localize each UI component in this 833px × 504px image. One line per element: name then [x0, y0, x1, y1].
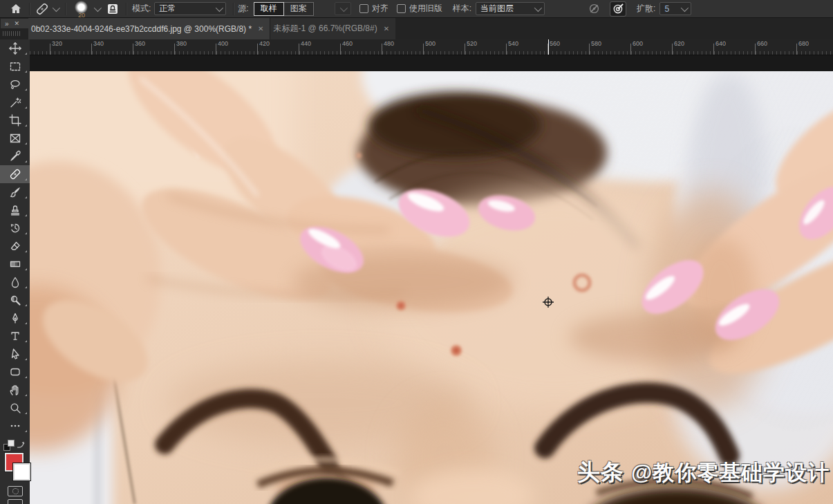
options-bar: 20 模式: 正常 源: 取样 图案 对齐 使用旧版 样本: 当前图层 扩散: …	[0, 0, 833, 18]
ruler-major-tick	[91, 44, 92, 55]
chevron-down-icon[interactable]	[94, 3, 102, 11]
screen-mode-button[interactable]	[8, 499, 23, 504]
tool-clone-stamp-button[interactable]	[0, 201, 30, 219]
ruler-major-tick	[423, 44, 424, 55]
eyedropper-icon	[9, 150, 21, 162]
brush-size-value: 20	[73, 12, 91, 19]
photo-document[interactable]: 头条@教你零基础学设计	[30, 71, 833, 504]
aligned-checkbox[interactable]	[359, 4, 368, 13]
blur-icon	[9, 276, 21, 288]
horizontal-ruler[interactable]: 3203403603804004204404604805005205405605…	[30, 39, 833, 55]
ruler-major-tick	[299, 44, 299, 55]
healing-brush-icon	[35, 2, 49, 16]
ruler-major-tick	[216, 44, 216, 55]
tab-label: 0b02-333e-4004-9246-ee37b2ccddf6.jpg @ 3…	[31, 24, 252, 34]
chevron-down-icon	[534, 3, 542, 11]
pen-pressure-icon	[612, 3, 624, 15]
tool-lasso-button[interactable]	[0, 75, 30, 93]
home-button[interactable]	[10, 3, 22, 15]
current-tool-button[interactable]	[35, 2, 58, 16]
tool-type-button[interactable]	[0, 327, 30, 345]
ruler-tick-label: 520	[467, 40, 477, 47]
tab-document-1[interactable]: 0b02-333e-4004-9246-ee37b2ccddf6.jpg @ 3…	[28, 18, 270, 39]
gradient-icon	[9, 258, 21, 270]
tool-dodge-button[interactable]	[0, 291, 30, 309]
collapse-panel-icon[interactable]: »	[5, 20, 8, 28]
canvas-area: 头条@教你零基础学设计	[30, 55, 833, 504]
more-tools-icon	[9, 420, 21, 432]
healing-brush-icon	[9, 168, 21, 180]
tool-hand-button[interactable]	[0, 381, 30, 399]
legacy-checkbox[interactable]	[397, 4, 406, 13]
brush-preset-picker[interactable]: 20	[73, 1, 91, 17]
tool-shape-button[interactable]	[0, 363, 30, 381]
tool-eraser-button[interactable]	[0, 237, 30, 255]
ruler-tick-label: 540	[508, 40, 518, 47]
tool-healing-brush-button[interactable]	[0, 165, 30, 183]
close-panel-icon[interactable]: ✕	[15, 20, 20, 27]
diffusion-value: 5	[664, 4, 669, 14]
aligned-label: 对齐	[372, 3, 389, 15]
tool-pen-button[interactable]	[0, 309, 30, 327]
ruler-major-tick	[796, 44, 797, 55]
tool-gradient-button[interactable]	[0, 255, 30, 273]
mode-label: 模式:	[132, 3, 151, 15]
tab-label: 未标题-1 @ 66.7%(RGB/8#)	[273, 23, 377, 35]
sample-layers-label: 样本:	[453, 3, 471, 15]
tool-path-select-button[interactable]	[0, 345, 30, 363]
tool-crop-button[interactable]	[0, 111, 30, 129]
marquee-icon	[9, 60, 21, 73]
type-icon	[9, 330, 21, 342]
tool-history-brush-button[interactable]	[0, 219, 30, 237]
tool-eyedropper-button[interactable]	[0, 147, 30, 165]
tools-list	[0, 39, 30, 435]
ruler-tick-label: 620	[674, 40, 684, 47]
tool-blur-button[interactable]	[0, 273, 30, 291]
tool-more-tools-button[interactable]	[0, 417, 30, 435]
separator	[65, 3, 66, 15]
ignore-adjustment-layers-button[interactable]	[588, 2, 601, 15]
ruler-tick-label: 640	[715, 40, 726, 47]
tool-magic-wand-button[interactable]	[0, 93, 30, 111]
move-icon	[9, 42, 21, 55]
tool-marquee-button[interactable]	[0, 57, 30, 75]
ruler-cursor-marker	[548, 39, 549, 55]
close-tab-icon[interactable]: ✕	[258, 25, 263, 32]
zoom-icon	[9, 402, 21, 414]
chevron-down-icon	[339, 3, 347, 11]
tool-frame-button[interactable]	[0, 129, 30, 147]
ruler-tick-label: 340	[93, 40, 104, 47]
document-tab-bar: » ✕ 0b02-333e-4004-9246-ee37b2ccddf6.jpg…	[0, 18, 833, 39]
source-pattern-button[interactable]: 图案	[284, 2, 314, 16]
chevron-down-icon	[53, 3, 60, 11]
ruler-minor-ticks	[30, 51, 833, 55]
sample-layers-select[interactable]: 当前图层	[476, 2, 545, 15]
tab-document-2[interactable]: 未标题-1 @ 66.7%(RGB/8#) ✕	[270, 18, 395, 39]
stamp-panel-icon	[106, 3, 119, 15]
home-icon	[10, 3, 22, 15]
ruler-major-tick	[340, 44, 341, 55]
pattern-picker-dropdown[interactable]	[335, 2, 351, 15]
close-tab-icon[interactable]: ✕	[384, 25, 389, 32]
pressure-size-button[interactable]	[610, 2, 626, 16]
ruler-major-tick	[506, 44, 507, 55]
default-swap-colors[interactable]	[3, 439, 26, 451]
tool-zoom-button[interactable]	[0, 399, 30, 417]
mode-select[interactable]: 正常	[154, 2, 226, 15]
quick-mask-button[interactable]	[8, 486, 23, 496]
clone-source-panel-button[interactable]	[106, 3, 119, 15]
tool-move-button[interactable]	[0, 39, 30, 57]
diffusion-label: 扩散:	[637, 3, 655, 15]
tool-brush-button[interactable]	[0, 183, 30, 201]
diffusion-select[interactable]: 5	[659, 2, 691, 15]
legacy-label: 使用旧版	[409, 3, 442, 15]
ruler-major-tick	[50, 44, 50, 55]
source-sampled-button[interactable]: 取样	[254, 2, 284, 16]
magic-wand-icon	[9, 96, 21, 109]
panel-grip[interactable]	[3, 31, 21, 36]
ruler-major-tick	[465, 44, 465, 55]
chevron-down-icon	[681, 3, 689, 11]
shape-icon	[9, 366, 21, 378]
separator	[233, 3, 234, 15]
background-color-swatch[interactable]	[13, 463, 30, 480]
